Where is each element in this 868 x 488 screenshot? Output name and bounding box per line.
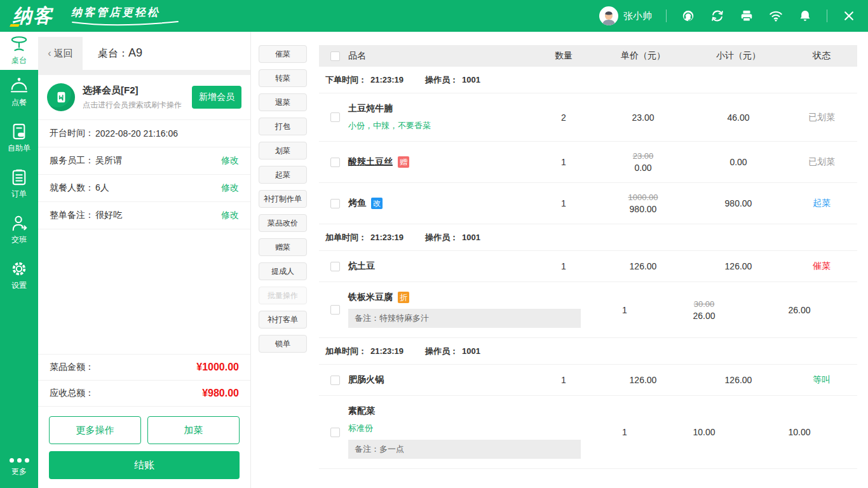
table-detail-panel: ‹ 返回 桌台：A9 选择会员[F2] 点击进行会员搜索或刷卡操作 新增会员 开… <box>38 32 251 488</box>
dish-name: 肥肠火锅 <box>348 374 384 386</box>
action-button[interactable]: 转菜 <box>259 69 307 87</box>
member-select-area[interactable]: 选择会员[F2] 点击进行会员搜索或刷卡操作 新增会员 <box>38 75 250 119</box>
dish-qty: 1 <box>593 427 656 437</box>
add-member-button[interactable]: 新增会员 <box>192 86 241 109</box>
dish-row[interactable]: 素配菜 标准份 备注：多一点 1 10.00 10.00 已划菜 <box>319 396 857 469</box>
total-label: 应收总额： <box>50 388 94 399</box>
dish-checkbox[interactable] <box>330 428 340 437</box>
dish-row[interactable]: 铁板米豆腐 折 备注：特辣特麻多汁 1 30.00 26.00 26.00 已划… <box>319 282 857 338</box>
clipboard-icon <box>10 169 28 186</box>
self-order-doc-icon <box>10 123 28 140</box>
member-subtitle: 点击进行会员搜索或刷卡操作 <box>83 100 184 111</box>
total-label: 菜品金额： <box>50 362 94 373</box>
app-slogan: 纳客管店更轻松 <box>71 5 179 27</box>
back-button[interactable]: ‹ 返回 <box>38 37 83 70</box>
dish-price: 980.00 <box>595 204 691 214</box>
sidebar-item-shift[interactable]: 交班 <box>0 207 38 253</box>
app-logo: 纳客 <box>9 3 57 29</box>
dish-name: 铁板米豆腐 <box>348 292 393 303</box>
action-button[interactable]: 催菜 <box>259 45 307 63</box>
more-actions-button[interactable]: 更多操作 <box>49 416 141 444</box>
topbar-divider <box>827 10 827 22</box>
dish-status: 起菜 <box>786 198 857 209</box>
action-button[interactable]: 菜品改价 <box>259 214 307 232</box>
table-title: 桌台：A9 <box>98 46 142 60</box>
more-dots-icon <box>10 458 29 463</box>
dish-name: 土豆炖牛腩 <box>348 103 393 114</box>
dish-checkbox[interactable] <box>330 158 340 167</box>
dish-row[interactable]: 烤鱼 改 1 1000.00 980.00 980.00 起菜 <box>319 183 857 224</box>
info-value: 很好吃 <box>95 210 122 221</box>
dish-row[interactable]: 肥肠火锅 1 126.00 126.00 等叫 <box>319 365 857 396</box>
header-price: 单价（元） <box>595 50 691 62</box>
dish-name: 酸辣土豆丝 <box>348 156 393 168</box>
sync-icon[interactable] <box>710 8 725 24</box>
dish-checkbox[interactable] <box>330 112 340 122</box>
dish-status: 已划菜 <box>786 112 857 123</box>
sidebar-item-settings[interactable]: 设置 <box>0 253 38 299</box>
user-account[interactable]: 张小帅 <box>599 6 652 25</box>
customer-service-icon[interactable] <box>681 8 696 24</box>
close-icon[interactable] <box>841 8 857 24</box>
sidebar-item-self-service[interactable]: 自助单 <box>0 116 38 161</box>
action-button[interactable]: 补打制作单 <box>259 190 307 208</box>
dish-price: 126.00 <box>595 375 691 385</box>
edit-link[interactable]: 修改 <box>221 210 239 221</box>
info-value: 2022-08-20 21:16:06 <box>95 128 178 139</box>
avatar <box>599 6 618 25</box>
action-button[interactable]: 补打客单 <box>259 311 307 329</box>
dish-row[interactable]: 酸辣土豆丝 赠 1 23.00 0.00 0.00 已划菜 <box>319 142 857 183</box>
checkout-button[interactable]: 结账 <box>49 451 240 479</box>
chevron-left-icon: ‹ <box>48 48 51 59</box>
dish-name: 烤鱼 <box>348 198 366 209</box>
dish-qty: 1 <box>532 157 595 167</box>
panel-divider <box>38 70 250 75</box>
table-number: A9 <box>128 46 142 59</box>
printer-icon[interactable] <box>739 8 754 24</box>
order-group-header: 加单时间：21:23:19 操作员：1001 <box>319 338 857 365</box>
action-button[interactable]: 锁单 <box>259 335 307 353</box>
action-button[interactable]: 提成人 <box>259 262 307 280</box>
dish-checkbox[interactable] <box>330 376 340 385</box>
dish-status: 已划菜 <box>847 304 868 316</box>
dish-badge: 赠 <box>398 156 409 168</box>
sidebar-item-orders[interactable]: 订单 <box>0 161 38 207</box>
dish-qty: 1 <box>593 305 656 315</box>
action-button[interactable]: 打包 <box>259 118 307 135</box>
dish-status: 已划菜 <box>847 426 868 438</box>
edit-link[interactable]: 修改 <box>221 182 239 194</box>
action-button[interactable]: 起菜 <box>259 166 307 184</box>
order-info-list: 开台时间： 2022-08-20 21:16:06 服务员工： 吴所谓 修改 就… <box>38 119 250 229</box>
edit-link[interactable]: 修改 <box>221 155 239 166</box>
bell-icon[interactable] <box>797 8 813 24</box>
dish-price: 26.00 <box>656 311 752 321</box>
add-dish-button[interactable]: 加菜 <box>147 416 240 444</box>
cloche-icon <box>10 78 29 94</box>
select-all-checkbox[interactable] <box>330 51 340 61</box>
table-icon <box>10 36 29 52</box>
sidebar-item-more[interactable]: 更多 <box>0 447 38 488</box>
dish-row[interactable]: 炕土豆 1 126.00 126.00 催菜 <box>319 251 857 282</box>
dish-row[interactable]: 土豆炖牛腩 小份，中辣，不要香菜 2 23.00 46.00 已划菜 <box>319 93 857 142</box>
dish-subtotal: 126.00 <box>691 375 786 385</box>
wifi-icon[interactable] <box>768 8 783 24</box>
dish-name: 素配菜 <box>348 405 375 417</box>
dish-original-price: 30.00 <box>656 299 752 309</box>
dish-subtotal: 126.00 <box>691 261 786 271</box>
info-label: 服务员工： <box>50 155 94 166</box>
total-value: ¥1000.00 <box>196 362 239 373</box>
sidebar-item-order-food[interactable]: 点餐 <box>0 70 38 116</box>
dish-checkbox[interactable] <box>330 262 340 271</box>
order-group-header: 下单时间：21:23:19 操作员：1001 <box>319 67 857 93</box>
dish-checkbox[interactable] <box>330 199 340 208</box>
action-button[interactable]: 退菜 <box>259 93 307 111</box>
sidebar-item-tables[interactable]: 桌台 <box>0 32 38 70</box>
dish-checkbox[interactable] <box>330 305 340 315</box>
dish-qty: 1 <box>532 198 595 208</box>
action-button: 批量操作 <box>259 287 307 304</box>
user-name: 张小帅 <box>623 10 652 22</box>
info-row: 服务员工： 吴所谓 修改 <box>38 147 250 175</box>
action-button[interactable]: 划菜 <box>259 142 307 159</box>
action-button[interactable]: 赠菜 <box>259 238 307 256</box>
dish-status: 等叫 <box>786 374 857 386</box>
